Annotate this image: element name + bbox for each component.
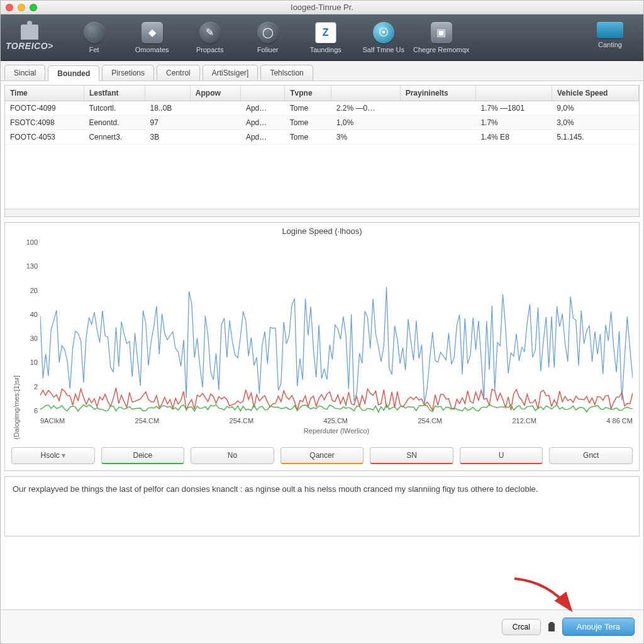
table-cell: Eenontd. <box>84 116 145 130</box>
toolbar-label: Salf Tmne Us <box>362 46 404 53</box>
table-cell <box>190 130 241 145</box>
chart-button-6[interactable]: Gnct <box>549 447 633 464</box>
data-table: TimeLestfantAppowTvpnePrayinineltsVehicl… <box>5 86 639 145</box>
table-cell <box>400 116 475 130</box>
table-cell: 5.1.145. <box>552 130 638 145</box>
chart-button-2[interactable]: No <box>191 447 274 464</box>
column-header[interactable] <box>475 86 552 101</box>
table-cell: 1.7% —1801 <box>475 101 552 116</box>
logo-text: TOREICO> <box>6 41 53 51</box>
table-cell: Tome <box>285 130 331 145</box>
table-cell: Tutcortl. <box>84 101 145 116</box>
table-cell: 1.4% E8 <box>475 130 552 145</box>
tab-0[interactable]: Sincial <box>4 65 45 80</box>
tab-3[interactable]: Centrol <box>157 65 200 80</box>
toolbar-label: Taundings <box>310 46 341 53</box>
table-cell <box>190 116 241 130</box>
message-panel: Our rexplayved be things the last of pel… <box>4 476 640 536</box>
window-title: Iooged-Tinrue Pr. <box>291 3 353 12</box>
column-header[interactable] <box>241 86 285 101</box>
toolbar-icon-4: Z <box>315 22 336 43</box>
tab-1[interactable]: Bounded <box>48 65 99 81</box>
callout-arrow-icon <box>511 575 580 619</box>
table-row[interactable]: FOOTC-4099Tutcortl.18.,0BApd…Tome2.2% —0… <box>5 101 639 116</box>
toolbar-item-4[interactable]: ZTaundings <box>297 22 354 53</box>
table-cell: Apd… <box>241 116 285 130</box>
toolbar-icon-1: ◆ <box>142 22 163 43</box>
column-header[interactable] <box>331 86 400 101</box>
toolbar-icon-7 <box>597 22 623 38</box>
data-table-panel: TimeLestfantAppowTvpnePrayinineltsVehicl… <box>4 85 640 217</box>
chart-series-blue <box>40 287 633 404</box>
clipboard-icon[interactable] <box>546 621 557 633</box>
column-header[interactable]: Appow <box>190 86 241 101</box>
cancel-button[interactable]: Crcal <box>502 619 541 635</box>
footer-bar: Crcal Anouje Tera <box>1 609 643 643</box>
table-cell: 97 <box>145 116 191 130</box>
table-cell <box>190 101 241 116</box>
chart-button-row: HsolcDeiceNoQancerSNUGnct <box>11 447 633 464</box>
toolbar-icon-6: ▣ <box>431 22 452 43</box>
logo-icon <box>21 25 38 40</box>
toolbar-label: Omomates <box>135 46 169 53</box>
chart-button-0[interactable]: Hsolc <box>11 447 95 464</box>
chart-plot-area: 9ACIkM254.CM254.CM425.CM254.CM212.CM4 86… <box>40 238 633 440</box>
column-header[interactable]: Lestfant <box>84 86 145 101</box>
toolbar-label: Chegre Remomqx <box>413 46 469 53</box>
toolbar-label: Canting <box>598 41 622 48</box>
table-cell: Tome <box>285 101 331 116</box>
toolbar-item-2[interactable]: ✎Propacts <box>182 22 238 53</box>
table-cell: 2.2% —0… <box>331 101 400 116</box>
close-window-icon[interactable] <box>6 4 13 11</box>
tab-bar: SincialBoundedPirsetionsCentrolArtiStsig… <box>1 61 643 81</box>
tab-5[interactable]: Tehlsction <box>260 65 313 80</box>
column-header[interactable]: Tvpne <box>285 86 331 101</box>
table-cell: 1.7% <box>475 116 552 130</box>
tab-2[interactable]: Pirsetions <box>102 65 154 80</box>
chart-series-green <box>40 404 633 412</box>
chart-button-5[interactable]: U <box>460 447 543 464</box>
toolbar-icon-2: ✎ <box>199 22 221 43</box>
toolbar-icon-5: ⦿ <box>373 22 394 43</box>
title-bar: Iooged-Tinrue Pr. <box>1 1 643 14</box>
table-cell: FOOTC-4099 <box>5 101 84 116</box>
table-row[interactable]: FSOTC:4098Eenontd.97Apd…Tome1,0%1.7%3,0% <box>5 116 639 130</box>
chart-button-4[interactable]: SN <box>370 447 453 464</box>
chart-x-axis: 9ACIkM254.CM254.CM425.CM254.CM212.CM4 86… <box>40 417 633 425</box>
table-cell: 18.,0B <box>145 101 191 116</box>
table-cell: 3,0% <box>552 116 638 130</box>
chart-button-1[interactable]: Deice <box>101 447 185 464</box>
table-cell: Tome <box>285 116 331 130</box>
primary-action-button[interactable]: Anouje Tera <box>562 618 635 636</box>
column-header[interactable]: Prayininelts <box>400 86 475 101</box>
tab-4[interactable]: ArtiStsiger] <box>203 65 258 80</box>
table-cell: FSOTC:4098 <box>5 116 84 130</box>
table-row[interactable]: FOOTC·4053Cennert3.3BApd…Tome3%1.4% E85.… <box>5 130 639 145</box>
app-logo: TOREICO> <box>6 25 65 51</box>
table-cell: Apd… <box>241 130 285 145</box>
toolbar-item-3[interactable]: ◯Foliuer <box>240 22 296 53</box>
horizontal-scrollbar[interactable] <box>5 209 639 216</box>
toolbar-item-0[interactable]: Fet <box>66 22 123 53</box>
chart-x-axis-label: Reperduter (lWerlico) <box>40 427 633 435</box>
maximize-window-icon[interactable] <box>30 4 37 11</box>
toolbar-item-7[interactable]: Canting <box>582 22 638 53</box>
minimize-window-icon[interactable] <box>18 4 25 11</box>
table-cell: 3% <box>331 130 400 145</box>
column-header[interactable]: Time <box>5 86 84 101</box>
table-cell: 1,0% <box>331 116 400 130</box>
toolbar-item-5[interactable]: ⦿Salf Tmne Us <box>355 22 412 53</box>
table-cell <box>400 130 475 145</box>
table-cell: 9,0% <box>552 101 638 116</box>
table-cell: 3B <box>145 130 191 145</box>
column-header[interactable]: Vehicle Speed <box>552 86 638 101</box>
chart-button-3[interactable]: Qancer <box>280 447 364 464</box>
table-cell: Apd… <box>241 101 285 116</box>
toolbar-label: Fet <box>89 46 99 53</box>
main-toolbar: TOREICO> Fet◆Omomates✎Propacts◯FoliuerZT… <box>1 14 643 61</box>
toolbar-item-1[interactable]: ◆Omomates <box>124 22 180 53</box>
chart-svg <box>40 238 633 414</box>
toolbar-item-6[interactable]: ▣Chegre Remomqx <box>413 22 470 53</box>
toolbar-label: Foliuer <box>257 46 279 53</box>
column-header[interactable] <box>145 86 191 101</box>
